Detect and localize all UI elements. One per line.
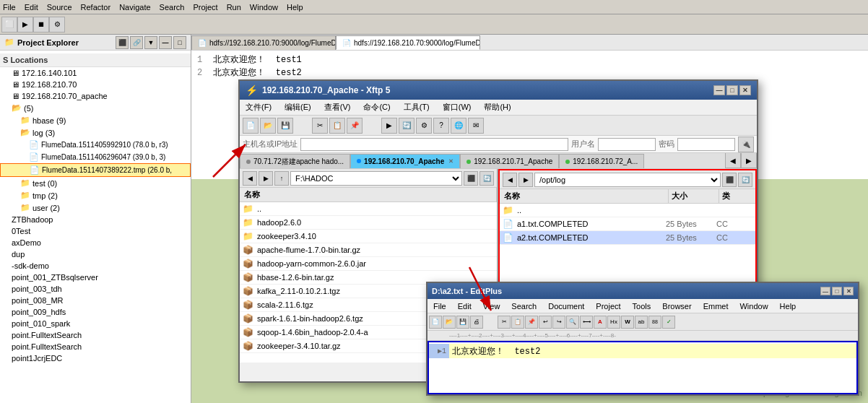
ep-tb-W[interactable]: W: [621, 316, 634, 329]
xftp-user-input[interactable]: [598, 138, 656, 151]
xftp-right-item-a2[interactable]: 📄 a2.txt.COMPLETED 25 Bytes CC: [500, 231, 755, 245]
ep-tb-A[interactable]: A: [594, 316, 607, 329]
xftp-tab-3[interactable]: 192.168.210.71_Apache: [460, 154, 559, 168]
xftp-left-sync[interactable]: ⬛: [464, 171, 478, 186]
menu-help[interactable]: Help: [287, 3, 303, 12]
tree-item-jedc[interactable]: point1JcrjEDC: [0, 352, 191, 364]
xftp-right-path-dropdown[interactable]: /opt/log: [534, 173, 721, 187]
tree-item-p001[interactable]: point_001_ZTBsqlserver: [0, 272, 191, 283]
tree-item-ztbhadoop[interactable]: ZTBhadoop: [0, 214, 191, 225]
ep-tb-paste[interactable]: 📌: [525, 316, 538, 329]
tree-item-test[interactable]: 📁 test (0): [0, 177, 191, 189]
xftp-tb-refresh[interactable]: 🔄: [399, 118, 415, 134]
tree-item-5[interactable]: 📂 (5): [0, 102, 191, 114]
tree-item-apache[interactable]: 🖥 192.168.210.70_apache: [0, 90, 191, 102]
ep-menu-help[interactable]: Help: [777, 300, 799, 312]
tree-item-192-70[interactable]: 🖥 192.168.210.70: [0, 79, 191, 90]
tree-item-flume3[interactable]: 📄 FlumeData.1511407389222.tmp (26.0 b,: [0, 163, 191, 177]
tree-item-fulltext2[interactable]: point.FulltextSearch: [0, 341, 191, 352]
xftp-tab-2[interactable]: 192.168.210.70_Apache ✕: [350, 154, 460, 168]
xftp-tab-4[interactable]: 192.168.210.72_A...: [559, 154, 644, 168]
xftp-restore-btn[interactable]: □: [726, 85, 738, 95]
tree-item-172[interactable]: 🖥 172.16.140.101: [0, 67, 191, 79]
ep-tb-replace[interactable]: ⟷: [580, 316, 593, 329]
ep-tb-redo[interactable]: ↪: [552, 316, 565, 329]
toolbar-btn-2[interactable]: ▶: [17, 17, 33, 32]
xftp-menu-file[interactable]: 文件(F): [243, 100, 274, 114]
tree-item-flume1[interactable]: 📄 FlumeData.1511405992910 (78.0 b, r3): [0, 139, 191, 151]
tree-item-dup[interactable]: dup: [0, 248, 191, 260]
xftp-pass-input[interactable]: [677, 138, 735, 151]
ep-tb-new[interactable]: 📄: [429, 316, 442, 329]
minimize-btn[interactable]: —: [159, 36, 172, 49]
xftp-tb-open[interactable]: 📂: [260, 118, 276, 134]
xftp-right-refresh[interactable]: 🔄: [738, 173, 752, 187]
xftp-minimize-btn[interactable]: —: [713, 85, 725, 95]
tree-item-hbase[interactable]: 📁 hbase (9): [0, 114, 191, 126]
xftp-right-item-a1[interactable]: 📄 a1.txt.COMPLETED 25 Bytes CC: [500, 217, 755, 231]
xftp-tb-mail[interactable]: ✉: [468, 118, 484, 134]
ep-tb-check[interactable]: ✓: [662, 316, 675, 329]
tree-item-sdk[interactable]: -sdk-demo: [0, 260, 191, 272]
editor-tab-1[interactable]: 📄 hdfs://192.168.210.70:9000/log/FlumeDa…: [191, 35, 336, 50]
editor-tab-2[interactable]: 📄 hdfs://192.168.210.70:9000/log/FlumeDa…: [336, 35, 480, 50]
xftp-menu-edit[interactable]: 编辑(E): [282, 100, 314, 114]
ep-tb-cut[interactable]: ✂: [498, 316, 511, 329]
xftp-tab-1[interactable]: 70.71.72搭建apache hado...: [240, 154, 350, 168]
tree-item-p003[interactable]: point_003_tdh: [0, 283, 191, 295]
xftp-right-back[interactable]: ◀: [503, 173, 517, 187]
xftp-tb-save[interactable]: 💾: [277, 118, 293, 134]
xftp-left-item-zoo[interactable]: 📁 zookeeper3.4.10: [240, 230, 497, 243]
ep-menu-edit[interactable]: Edit: [455, 300, 474, 312]
xftp-left-back[interactable]: ◀: [243, 171, 257, 186]
xftp-tb-copy[interactable]: 📋: [329, 118, 345, 134]
menu-file[interactable]: File: [3, 3, 16, 12]
ep-menu-tools[interactable]: Tools: [630, 300, 654, 312]
ep-tb-open[interactable]: 📂: [443, 316, 456, 329]
ep-tb-print[interactable]: 🖨: [470, 316, 483, 329]
xftp-connect-btn[interactable]: 🔌: [738, 136, 754, 152]
xftp-menu-help[interactable]: 帮助(H): [481, 100, 513, 114]
tree-item-0test[interactable]: 0Test: [0, 225, 191, 237]
tree-item-flume2[interactable]: 📄 FlumeData.1511406296047 (39.0 b, 3): [0, 151, 191, 163]
xftp-left-up[interactable]: ↑: [274, 171, 289, 186]
collapse-all-btn[interactable]: ⬛: [116, 36, 129, 49]
tree-item-p010[interactable]: point_010_spark: [0, 318, 191, 329]
tree-item-p008[interactable]: point_008_MR: [0, 295, 191, 306]
tree-item-log[interactable]: 📂 log (3): [0, 126, 191, 139]
editplus-content[interactable]: ▶1 北京欢迎您！ test2: [428, 341, 858, 394]
xftp-left-path-dropdown[interactable]: F:\HADOC: [290, 171, 462, 186]
xftp-left-item-parent[interactable]: 📁 ..: [240, 202, 497, 216]
xftp-tb-help[interactable]: ?: [433, 118, 449, 134]
toolbar-btn-3[interactable]: ⏹: [33, 17, 49, 32]
menu-source[interactable]: Source: [47, 3, 72, 12]
xftp-tb-globe[interactable]: 🌐: [451, 118, 466, 134]
xftp-tab-close-2[interactable]: ✕: [448, 158, 453, 165]
xftp-left-item-flume[interactable]: 📦 apache-flume-1.7.0-bin.tar.gz: [240, 243, 497, 257]
editplus-minimize[interactable]: —: [820, 287, 830, 295]
xftp-left-refresh[interactable]: 🔄: [479, 171, 494, 186]
ep-tb-copy[interactable]: 📋: [511, 316, 524, 329]
maximize-btn[interactable]: □: [173, 36, 186, 49]
ep-tb-ab[interactable]: ab: [635, 316, 648, 329]
ep-tb-find[interactable]: 🔍: [566, 316, 579, 329]
xftp-right-item-parent[interactable]: 📁 ..: [500, 204, 755, 217]
xftp-addr-input[interactable]: [300, 138, 568, 151]
ep-tb-Hx[interactable]: Hx: [607, 316, 620, 329]
ep-menu-window[interactable]: Window: [737, 300, 771, 312]
ep-menu-file[interactable]: File: [430, 300, 449, 312]
menu-search[interactable]: Search: [160, 3, 185, 12]
menu-navigate[interactable]: Navigate: [119, 3, 150, 12]
tree-item-axdemo[interactable]: axDemo: [0, 237, 191, 248]
ep-menu-emmet[interactable]: Emmet: [700, 300, 732, 312]
xftp-tabs-scroll-r[interactable]: ▶: [741, 153, 757, 168]
toolbar-btn-4[interactable]: ⚙: [49, 17, 65, 32]
ep-tb-save[interactable]: 💾: [456, 316, 469, 329]
ep-menu-document[interactable]: Document: [545, 300, 587, 312]
xftp-left-fwd[interactable]: ▶: [259, 171, 273, 186]
xftp-tb-paste[interactable]: 📌: [347, 118, 363, 134]
tree-item-fulltext1[interactable]: point.FulltextSearch: [0, 329, 191, 341]
ep-tb-undo[interactable]: ↩: [539, 316, 552, 329]
ep-tb-88[interactable]: 88: [648, 316, 661, 329]
tree-item-user[interactable]: 📁 user (2): [0, 202, 191, 214]
